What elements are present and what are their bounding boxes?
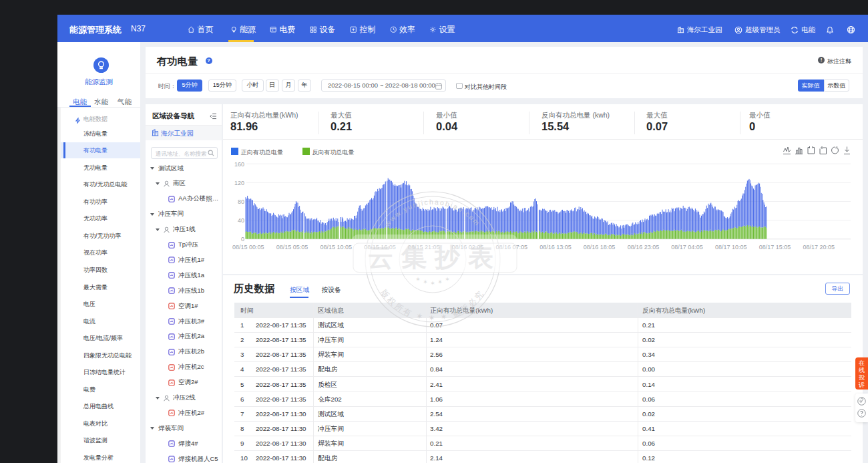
svg-text:08/16 23:05: 08/16 23:05 [628,244,660,251]
svg-text:08/15 05:05: 08/15 05:05 [276,244,308,251]
svg-text:0: 0 [241,236,244,243]
svg-text:08/16 18:05: 08/16 18:05 [584,244,616,251]
svg-text:08/17 20:05: 08/17 20:05 [803,244,835,251]
svg-text:08/17 15:05: 08/17 15:05 [759,244,791,251]
svg-text:08/15 21:05: 08/15 21:05 [408,244,440,251]
svg-text:08/16 02:05: 08/16 02:05 [452,244,484,251]
svg-text:120: 120 [234,180,244,186]
svg-text:08/17 04:05: 08/17 04:05 [671,244,703,251]
svg-text:08/16 13:05: 08/16 13:05 [539,244,572,251]
svg-text:80: 80 [238,198,244,205]
svg-text:08/15 10:05: 08/15 10:05 [320,244,353,251]
svg-text:08/16 07:05: 08/16 07:05 [495,244,527,251]
svg-text:08/15 00:05: 08/15 00:05 [232,244,264,251]
svg-text:40: 40 [238,217,244,224]
svg-text:08/15 16:05: 08/15 16:05 [364,244,396,251]
svg-text:160: 160 [234,161,244,168]
svg-text:08/17 10:05: 08/17 10:05 [715,244,747,251]
